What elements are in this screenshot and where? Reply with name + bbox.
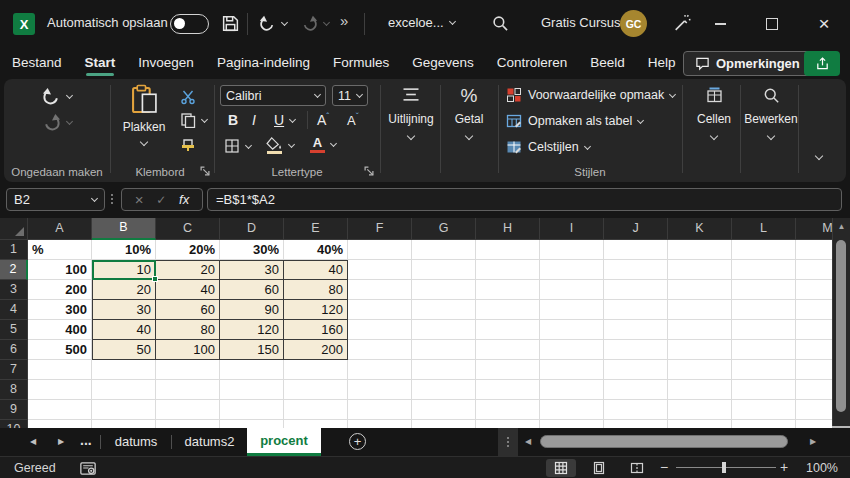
row-header-2[interactable]: 2 xyxy=(0,260,28,280)
column-header-G[interactable]: G xyxy=(412,218,476,240)
cell-E5[interactable]: 160 xyxy=(284,320,348,340)
cell-D3[interactable]: 60 xyxy=(220,280,284,300)
select-all-corner[interactable] xyxy=(0,218,28,240)
cell-G4[interactable] xyxy=(412,300,476,320)
maximize-button[interactable] xyxy=(752,9,792,39)
scroll-up-icon[interactable]: ▲ xyxy=(833,223,850,231)
cell-B5[interactable]: 40 xyxy=(92,320,156,340)
italic-button[interactable]: I xyxy=(252,112,256,128)
fill-handle[interactable] xyxy=(152,276,158,282)
sheet-tab-datums[interactable]: datums xyxy=(103,428,169,456)
cell-C9[interactable] xyxy=(156,400,220,420)
sheet-nav-right-icon[interactable]: ▶ xyxy=(58,438,64,446)
conditional-formatting-button[interactable]: Voorwaardelijke opmaak xyxy=(506,87,675,103)
column-header-M[interactable]: M xyxy=(796,218,832,240)
borders-button[interactable] xyxy=(224,138,251,154)
fill-color-button[interactable] xyxy=(266,137,294,154)
cell-E8[interactable] xyxy=(284,380,348,400)
sheet-overflow-button[interactable]: ... xyxy=(80,428,92,456)
tab-bestand[interactable]: Bestand xyxy=(12,48,62,78)
redo-button[interactable] xyxy=(301,15,329,32)
cell-L8[interactable] xyxy=(732,380,796,400)
cell-H9[interactable] xyxy=(476,400,540,420)
cell-C3[interactable]: 40 xyxy=(156,280,220,300)
cell-B8[interactable] xyxy=(92,380,156,400)
cell-J9[interactable] xyxy=(604,400,668,420)
cell-K7[interactable] xyxy=(668,360,732,380)
tab-help[interactable]: Help xyxy=(648,48,676,78)
cell-I9[interactable] xyxy=(540,400,604,420)
cell-I2[interactable] xyxy=(540,260,604,280)
cell-B1[interactable]: 10% xyxy=(92,240,156,260)
editing-group-button[interactable]: Bewerken xyxy=(744,87,798,139)
clipboard-dialog-launcher-icon[interactable] xyxy=(200,166,210,176)
cell-C7[interactable] xyxy=(156,360,220,380)
sheet-nav-left-icon[interactable]: ◀ xyxy=(30,438,36,446)
ribbon-redo-button[interactable] xyxy=(42,113,72,132)
cell-M4[interactable] xyxy=(796,300,832,320)
undo-button[interactable] xyxy=(259,15,287,32)
page-break-view-button[interactable] xyxy=(622,459,652,477)
cell-G7[interactable] xyxy=(412,360,476,380)
cell-G8[interactable] xyxy=(412,380,476,400)
undo-dropdown-icon[interactable] xyxy=(66,92,73,99)
cell-G2[interactable] xyxy=(412,260,476,280)
cell-G1[interactable] xyxy=(412,240,476,260)
cell-H3[interactable] xyxy=(476,280,540,300)
minimize-button[interactable] xyxy=(700,9,740,39)
cells-group-button[interactable]: Cellen xyxy=(688,87,740,139)
cell-E10[interactable] xyxy=(284,420,348,428)
format-as-table-button[interactable]: Opmaken als tabel xyxy=(506,113,643,129)
borders-dropdown-icon[interactable] xyxy=(245,141,252,148)
cell-J7[interactable] xyxy=(604,360,668,380)
cell-J5[interactable] xyxy=(604,320,668,340)
cell-D8[interactable] xyxy=(220,380,284,400)
cell-H10[interactable] xyxy=(476,420,540,428)
underline-button[interactable]: U xyxy=(274,112,295,128)
tab-start[interactable]: Start xyxy=(85,48,116,78)
column-header-K[interactable]: K xyxy=(668,218,732,240)
name-box-dropdown-icon[interactable] xyxy=(91,195,98,202)
column-header-A[interactable]: A xyxy=(28,218,92,240)
cell-B10[interactable] xyxy=(92,420,156,428)
underline-dropdown-icon[interactable] xyxy=(289,115,296,122)
zoom-slider-track[interactable] xyxy=(676,467,776,468)
row-header-9[interactable]: 9 xyxy=(0,400,28,420)
cell-D2[interactable]: 30 xyxy=(220,260,284,280)
cell-K3[interactable] xyxy=(668,280,732,300)
tabbar-resize-handle[interactable] xyxy=(498,428,518,456)
cell-F7[interactable] xyxy=(348,360,412,380)
cell-J4[interactable] xyxy=(604,300,668,320)
cell-B9[interactable] xyxy=(92,400,156,420)
cell-K1[interactable] xyxy=(668,240,732,260)
save-icon[interactable] xyxy=(221,14,240,33)
row-header-5[interactable]: 5 xyxy=(0,320,28,340)
tab-beeld[interactable]: Beeld xyxy=(590,48,625,78)
cell-E3[interactable]: 80 xyxy=(284,280,348,300)
cell-K6[interactable] xyxy=(668,340,732,360)
font-color-dropdown-icon[interactable] xyxy=(330,140,337,147)
row-header-6[interactable]: 6 xyxy=(0,340,28,360)
cell-K5[interactable] xyxy=(668,320,732,340)
cell-A2[interactable]: 100 xyxy=(28,260,92,280)
close-button[interactable]: × xyxy=(804,9,844,39)
cell-F9[interactable] xyxy=(348,400,412,420)
formula-input[interactable]: =B$1*$A2 xyxy=(207,188,842,211)
cell-A7[interactable] xyxy=(28,360,92,380)
column-header-H[interactable]: H xyxy=(476,218,540,240)
column-header-D[interactable]: D xyxy=(220,218,284,240)
cell-A5[interactable]: 400 xyxy=(28,320,92,340)
cell-A3[interactable]: 200 xyxy=(28,280,92,300)
cell-L4[interactable] xyxy=(732,300,796,320)
cancel-button[interactable]: × xyxy=(135,191,144,208)
fill-color-dropdown-icon[interactable] xyxy=(288,141,295,148)
cell-L7[interactable] xyxy=(732,360,796,380)
cell-M8[interactable] xyxy=(796,380,832,400)
column-header-L[interactable]: L xyxy=(732,218,796,240)
cell-L9[interactable] xyxy=(732,400,796,420)
shrink-font-button[interactable]: Aˇ xyxy=(347,111,359,128)
cell-L6[interactable] xyxy=(732,340,796,360)
cell-G6[interactable] xyxy=(412,340,476,360)
undo-dropdown-icon[interactable] xyxy=(281,19,288,26)
cell-A4[interactable]: 300 xyxy=(28,300,92,320)
